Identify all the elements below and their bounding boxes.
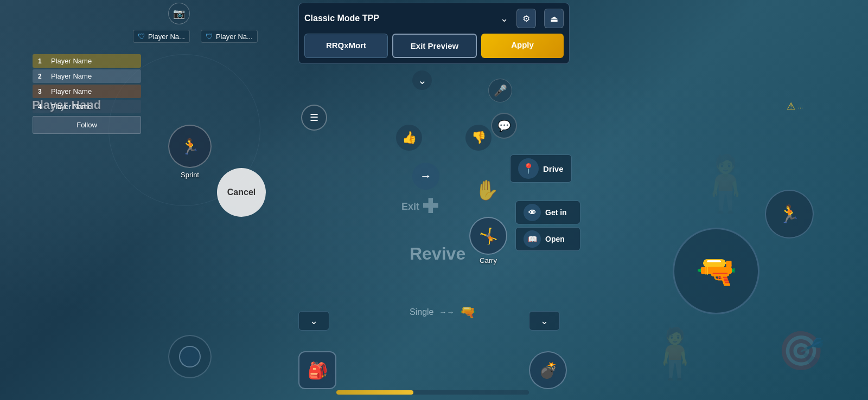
camera-button[interactable]: 📷 — [168, 3, 190, 24]
lb-name-4: Player Name — [51, 102, 92, 111]
cross-icon: ✚ — [422, 195, 438, 218]
revive-area: Revive — [410, 244, 465, 264]
backpack-button[interactable]: 🎒 — [298, 351, 336, 389]
leaderboard-item-2: 2 Player Name — [33, 69, 141, 83]
ghost-figure-sniper: 🎯 — [777, 328, 825, 373]
exit-preview-button[interactable]: Exit Preview — [392, 34, 477, 58]
action-arrow-area: → — [412, 163, 439, 190]
lb-name-3: Player Name — [51, 87, 92, 95]
voice-button[interactable]: 🎤 — [488, 79, 512, 102]
exit-area: Exit ✚ — [401, 195, 438, 218]
open-button[interactable]: 📖 Open — [515, 227, 580, 251]
shield-icon-2: 🛡 — [206, 32, 213, 41]
gun-icon: 🔫 — [459, 305, 476, 320]
chevron-down-button[interactable]: ⌄ — [412, 70, 432, 90]
leaderboard-item-3: 3 Player Name — [33, 85, 141, 98]
thumbs-up-button[interactable]: 👍 — [396, 125, 422, 151]
get-in-label: Get in — [545, 208, 567, 217]
player-name-2: Player Na... — [216, 33, 253, 41]
leaderboard-item-1: 1 Player Name — [33, 54, 141, 68]
player-badge-1: 🛡 Player Na... — [133, 30, 190, 43]
reaction-area: 👍 👎 — [396, 125, 492, 151]
grenade-button[interactable]: 💣 — [529, 351, 567, 389]
bottom-left-chevron-button[interactable]: ⌄ — [298, 311, 329, 331]
exit-text: Exit — [401, 201, 419, 212]
header-icons: ⌄ ⚙ ⏏ — [500, 9, 564, 28]
settings-button[interactable]: ⚙ — [516, 9, 536, 28]
cancel-button[interactable]: Cancel — [217, 168, 266, 217]
leaderboard-item-4: 4 Player Name — [33, 100, 141, 113]
revive-text: Revive — [410, 244, 465, 264]
lb-rank-2: 2 — [38, 73, 47, 80]
carry-button[interactable]: 🤸 Carry — [469, 217, 507, 264]
main-dropdown: Classic Mode TPP ⌄ ⚙ ⏏ RRQxMort Exit Pre… — [298, 3, 570, 64]
player-name-1: Player Na... — [148, 33, 185, 41]
player-badge-2: 🛡 Player Na... — [201, 30, 258, 43]
ghost-figure-large: 🧍 — [692, 152, 760, 216]
dropdown-header: Classic Mode TPP ⌄ ⚙ ⏏ — [304, 9, 564, 28]
follow-button[interactable]: Follow — [33, 116, 141, 134]
drive-icon: 📍 — [518, 158, 539, 179]
dropdown-arrow-icon[interactable]: ⌄ — [500, 12, 508, 24]
ammo-progress-fill — [336, 390, 413, 395]
chat-button[interactable]: 💬 — [491, 113, 517, 139]
bullet-circle[interactable]: 🔫 — [673, 228, 760, 314]
warning-text: ... — [798, 103, 803, 109]
hand-icon: ✋ — [475, 179, 499, 202]
lb-rank-1: 1 — [38, 57, 47, 65]
lb-name-2: Player Name — [51, 72, 92, 80]
warning-icon: ⚠ — [787, 100, 795, 112]
lb-name-1: Player Name — [51, 57, 92, 65]
map-menu-button[interactable]: ☰ — [301, 105, 327, 131]
dropdown-title: Classic Mode TPP — [304, 14, 379, 23]
open-label: Open — [545, 235, 565, 243]
joystick-inner[interactable] — [179, 346, 201, 367]
sprint-button[interactable]: 🏃 Sprint — [168, 125, 212, 179]
apply-button[interactable]: Apply — [481, 34, 564, 58]
leaderboard: 1 Player Name 2 Player Name 3 Player Nam… — [33, 54, 141, 134]
dropdown-action-buttons: RRQxMort Exit Preview Apply — [304, 34, 564, 58]
lb-rank-3: 3 — [38, 88, 47, 95]
ghost-figure-kneeling: 🧍 — [644, 325, 705, 382]
get-in-icon: 👁 — [524, 204, 541, 221]
bottom-right-chevron-button[interactable]: ⌄ — [529, 311, 560, 331]
sprint-circle[interactable]: 🏃 — [168, 125, 212, 168]
open-icon: 📖 — [524, 230, 541, 248]
rrqxmort-button[interactable]: RRQxMort — [304, 34, 388, 58]
get-in-button[interactable]: 👁 Get in — [515, 201, 580, 224]
exit-icon-button[interactable]: ⏏ — [544, 9, 564, 28]
drive-button[interactable]: 📍 Drive — [510, 154, 572, 183]
sprint-label: Sprint — [181, 171, 199, 179]
single-text: Single — [410, 307, 433, 317]
arrow-right-button[interactable]: → — [412, 163, 439, 190]
warning-area: ⚠ ... — [787, 100, 803, 112]
thumbs-down-button[interactable]: 👎 — [465, 125, 492, 151]
carry-label: Carry — [480, 256, 497, 264]
carry-circle[interactable]: 🤸 — [469, 217, 507, 255]
fire-arrow-icon: →→ — [439, 308, 454, 317]
drive-label: Drive — [543, 164, 564, 173]
shield-icon-1: 🛡 — [138, 32, 145, 41]
right-action-button[interactable]: 🏃 — [765, 190, 814, 238]
ammo-progress-bar — [336, 390, 529, 395]
vehicle-options: 👁 Get in 📖 Open — [515, 201, 580, 251]
lb-rank-4: 4 — [38, 103, 47, 111]
player-name-bar: 🛡 Player Na... 🛡 Player Na... — [133, 30, 258, 43]
single-fire-area: Single →→ 🔫 — [410, 305, 476, 320]
